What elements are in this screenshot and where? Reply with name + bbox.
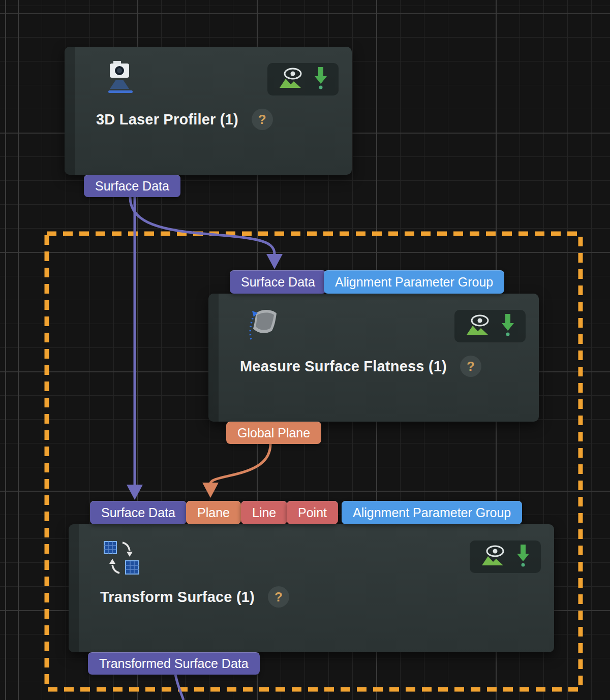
input-port-alignment-parameter-group[interactable]: Alignment Parameter Group (342, 501, 522, 524)
node-3d-laser-profiler[interactable]: 3D Laser Profiler (1) ? (65, 47, 352, 175)
node-action-group (470, 540, 541, 573)
node-title: Measure Surface Flatness (1) (240, 358, 447, 375)
download-result-icon[interactable] (516, 544, 530, 570)
input-port-surface-data[interactable]: Surface Data (90, 501, 187, 524)
surface-flatness-icon (242, 307, 282, 347)
node-measure-surface-flatness[interactable]: Measure Surface Flatness (1) ? (208, 294, 539, 422)
node-action-group (454, 310, 526, 342)
help-icon[interactable]: ? (460, 356, 481, 377)
input-port-line[interactable]: Line (241, 501, 287, 524)
link-arrowhead (127, 485, 143, 500)
link-flatness-to-transform[interactable] (210, 444, 270, 484)
input-port-plane[interactable]: Plane (186, 501, 241, 524)
download-result-icon[interactable] (314, 66, 328, 92)
link-profiler-to-flatness[interactable] (130, 197, 274, 254)
node-action-group (267, 63, 339, 96)
preview-eye-icon[interactable] (465, 313, 491, 339)
preview-eye-icon[interactable] (278, 67, 303, 92)
node-title: 3D Laser Profiler (1) (96, 111, 238, 128)
output-port-surface-data[interactable]: Surface Data (84, 175, 180, 197)
node-transform-surface[interactable]: Transform Surface (1) ? (69, 524, 554, 652)
download-result-icon[interactable] (501, 313, 515, 339)
flow-editor-canvas[interactable]: 3D Laser Profiler (1) ? Surface Data Sur… (0, 0, 610, 700)
transform-surface-icon (102, 538, 143, 580)
node-title: Transform Surface (1) (100, 589, 255, 606)
output-port-transformed-surface-data[interactable]: Transformed Surface Data (88, 652, 260, 675)
output-port-global-plane[interactable]: Global Plane (226, 422, 321, 444)
preview-eye-icon[interactable] (480, 544, 506, 569)
input-port-point[interactable]: Point (287, 501, 338, 524)
input-port-surface-data[interactable]: Surface Data (230, 270, 326, 294)
help-icon[interactable]: ? (268, 586, 289, 608)
link-transform-output[interactable] (175, 675, 184, 700)
link-arrowhead (202, 483, 219, 498)
camera-profiler-icon (105, 58, 137, 99)
input-port-alignment-parameter-group[interactable]: Alignment Parameter Group (324, 270, 504, 294)
link-arrowhead (266, 254, 283, 269)
help-icon[interactable]: ? (252, 109, 273, 130)
